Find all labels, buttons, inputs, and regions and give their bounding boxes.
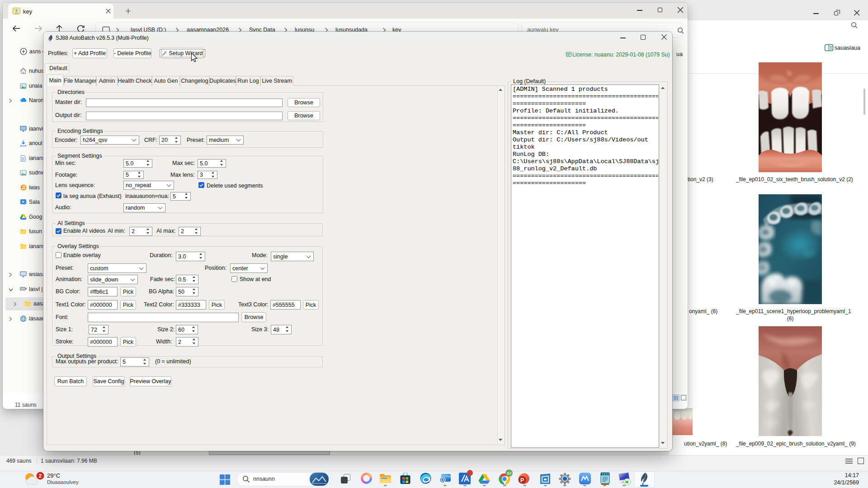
svg-text:2: 2 [39,473,42,479]
svg-text:P: P [520,477,524,483]
